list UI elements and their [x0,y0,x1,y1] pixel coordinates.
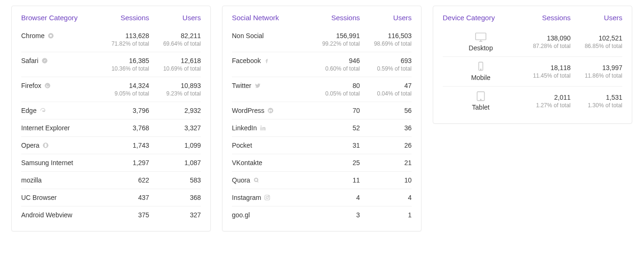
firefox-icon [44,82,51,89]
row-name: Quora [232,176,250,184]
sessions-value: 622 [97,176,149,184]
row-name: Facebook [232,57,261,64]
table-row[interactable]: Internet Explorer3,7683,327 [21,119,201,137]
row-name: Instagram [232,194,261,201]
row-category: Internet Explorer [21,124,97,132]
sessions-value: 156,991 [308,32,360,40]
table-row[interactable]: Quora1110 [232,172,412,189]
sessions-value: 18,118 [519,64,571,71]
row-category: Firefox [21,82,97,89]
row-sessions: 622 [97,176,149,184]
row-name: Internet Explorer [21,124,70,132]
row-category: Tablet [443,91,519,111]
users-value: 3,327 [149,124,201,132]
row-category: LinkedIn [232,124,308,132]
sessions-pct: 1.27% of total [519,102,571,109]
row-users: 1 [360,211,412,219]
browser-table-header: Browser Category Sessions Users [21,14,201,27]
instagram-icon [264,194,270,201]
browser-table-body: Chrome113,62871.82% of total82,21169.64%… [21,27,201,223]
table-row[interactable]: Firefox14,3249.05% of total10,8939.23% o… [21,77,201,102]
row-sessions: 3,796 [97,107,149,114]
row-name: WordPress [232,107,264,114]
table-row[interactable]: Twitter800.05% of total470.04% of total [232,77,412,102]
row-sessions: 11 [308,176,360,184]
browser-users-header: Users [149,14,201,22]
table-row[interactable]: VKontakte2521 [232,154,412,172]
row-users: 4 [360,194,412,201]
users-value: 10,893 [149,82,201,89]
table-row[interactable]: Safari16,38510.36% of total12,61810.69% … [21,52,201,77]
table-row[interactable]: Android Webview375327 [21,206,201,223]
row-users: 368 [149,194,201,201]
row-category: Edge [21,107,97,114]
table-row[interactable]: mozilla622583 [21,172,201,189]
row-users: 82,21169.64% of total [149,32,201,47]
row-sessions: 31 [308,142,360,149]
sessions-value: 80 [308,82,360,89]
sessions-pct: 10.36% of total [97,65,149,72]
tablet-icon [474,91,487,102]
row-users: 21 [360,159,412,167]
browser-sessions-header: Sessions [97,14,149,22]
table-row[interactable]: LinkedIn5236 [232,119,412,137]
row-users: 26 [360,142,412,149]
table-row[interactable]: Facebook9460.60% of total6930.59% of tot… [232,52,412,77]
row-category: VKontakte [232,159,308,167]
row-category: goo.gl [232,211,308,219]
row-users: 10,8939.23% of total [149,82,201,97]
social-network-card: Social Network Sessions Users Non Social… [222,6,421,231]
row-users: 116,50398.69% of total [360,32,412,47]
table-row[interactable]: Edge3,7962,932 [21,102,201,119]
row-name: Tablet [472,103,489,111]
device-category-card: Device Category Sessions Users Desktop13… [433,6,632,124]
users-value: 47 [360,82,412,89]
row-users: 10 [360,176,412,184]
social-network-header: Social Network [232,14,308,22]
sessions-pct: 99.22% of total [308,40,360,47]
users-value: 10 [360,176,412,184]
row-name: Samsung Internet [21,159,73,167]
table-row[interactable]: Opera1,7431,099 [21,137,201,154]
row-users: 56 [360,107,412,114]
sessions-value: 375 [97,211,149,219]
table-row[interactable]: Pocket3126 [232,137,412,154]
table-row[interactable]: Tablet2,0111.27% of total1,5311.30% of t… [443,87,622,116]
table-row[interactable]: Non Social156,99199.22% of total116,5039… [232,27,412,52]
desktop-icon [474,32,487,42]
table-row[interactable]: Instagram44 [232,189,412,206]
users-pct: 86.85% of total [571,43,622,49]
svg-rect-14 [476,33,486,40]
edge-icon [40,107,46,114]
sessions-value: 1,743 [97,142,149,149]
users-value: 12,618 [149,57,201,64]
table-row[interactable]: Samsung Internet1,2971,087 [21,154,201,172]
users-pct: 1.30% of total [571,102,622,109]
sessions-value: 3,768 [97,124,149,132]
sessions-value: 4 [308,194,360,201]
table-row[interactable]: goo.gl31 [232,206,412,223]
svg-point-16 [480,69,481,70]
safari-icon [41,57,48,64]
row-users: 13,99711.86% of total [571,64,622,79]
row-name: LinkedIn [232,124,257,132]
table-row[interactable]: Chrome113,62871.82% of total82,21169.64%… [21,27,201,52]
users-value: 116,503 [360,32,412,40]
table-row[interactable]: Desktop138,09087.28% of total102,52186.8… [443,27,622,57]
row-category: WordPress [232,107,308,114]
dashboard-container: Browser Category Sessions Users Chrome11… [11,6,633,231]
social-users-header: Users [360,14,412,22]
row-name: VKontakte [232,159,262,167]
users-value: 36 [360,124,412,132]
sessions-pct: 71.82% of total [97,40,149,47]
table-row[interactable]: WordPress7056 [232,102,412,119]
linkedin-icon [260,125,266,131]
browser-category-header: Browser Category [21,14,97,22]
row-sessions: 70 [308,107,360,114]
sessions-value: 946 [308,57,360,64]
row-sessions: 3 [308,211,360,219]
table-row[interactable]: Mobile18,11811.45% of total13,99711.86% … [443,57,622,87]
table-row[interactable]: UC Browser437368 [21,189,201,206]
row-users: 36 [360,124,412,132]
sessions-value: 3,796 [97,107,149,114]
